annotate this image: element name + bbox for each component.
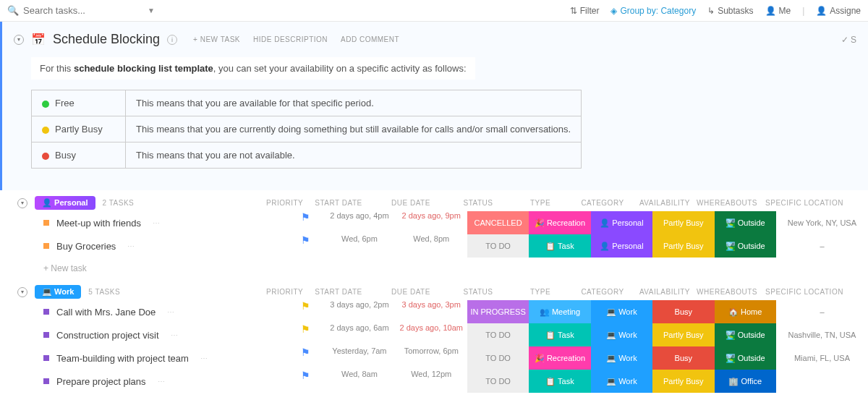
column-header[interactable]: CATEGORY [571, 288, 634, 296]
header-right[interactable]: ✓ S [841, 35, 856, 45]
availability-cell[interactable]: Busy [652, 346, 714, 370]
priority-flag[interactable]: ⚑ [288, 234, 324, 258]
due-date[interactable]: 2 days ago, 9pm [396, 211, 467, 234]
chevron-down-icon[interactable]: ▼ [148, 7, 155, 14]
priority-flag[interactable]: ⚑ [288, 370, 324, 393]
status-square[interactable] [43, 332, 49, 338]
status-square[interactable] [43, 243, 49, 249]
column-header[interactable]: START DATE [302, 199, 375, 207]
task-name[interactable]: Team-building with project team [56, 353, 189, 364]
assignee-button[interactable]: 👤 Assigne [816, 6, 861, 16]
whereabouts-cell[interactable]: 🏞️ Outside [715, 234, 776, 258]
task-name[interactable]: Meet-up with friends [56, 218, 141, 229]
ellipsis-icon[interactable]: ⋯ [153, 219, 160, 227]
column-header[interactable]: SPECIFIC LOCATION [758, 199, 851, 207]
groupby-button[interactable]: ◈ Group by: Category [610, 6, 696, 16]
column-header[interactable]: TYPE [509, 288, 571, 296]
task-name[interactable]: Prepare project plans [56, 376, 146, 387]
whereabouts-cell[interactable]: 🏞️ Outside [715, 323, 776, 346]
location-cell[interactable]: – [776, 300, 868, 323]
availability-cell[interactable]: Partly Busy [652, 211, 714, 234]
category-cell[interactable]: 💻 Work [591, 323, 652, 346]
status-cell[interactable]: TO DO [467, 234, 529, 258]
search-input[interactable] [23, 5, 139, 16]
task-row[interactable]: Prepare project plans ⋯ ⚑ Wed, 8am Wed, … [0, 370, 868, 393]
start-date[interactable]: 2 days ago, 4pm [323, 211, 395, 234]
task-row[interactable]: Buy Groceries ⋯ ⚑ Wed, 6pm Wed, 8pm TO D… [0, 234, 868, 258]
task-name[interactable]: Buy Groceries [56, 241, 116, 252]
whereabouts-cell[interactable]: 🏞️ Outside [715, 211, 776, 234]
status-square[interactable] [43, 220, 49, 226]
status-square[interactable] [43, 309, 49, 315]
type-cell[interactable]: 🎉 Recreation [529, 211, 590, 234]
status-cell[interactable]: TO DO [467, 323, 529, 346]
ellipsis-icon[interactable]: ⋯ [158, 378, 165, 386]
location-cell[interactable]: Miami, FL, USA [776, 346, 868, 370]
category-cell[interactable]: 💻 Work [591, 346, 652, 370]
priority-flag[interactable]: ⚑ [288, 300, 324, 323]
add-comment-link[interactable]: ADD COMMENT [341, 35, 399, 43]
status-cell[interactable]: TO DO [467, 370, 529, 393]
category-cell[interactable]: 💻 Work [591, 370, 652, 393]
hide-description-link[interactable]: HIDE DESCRIPTION [253, 35, 328, 43]
column-header[interactable]: WHEREABOUTS [696, 288, 758, 296]
column-header[interactable]: PRIORITY [266, 199, 302, 207]
category-cell[interactable]: 👤 Personal [591, 234, 652, 258]
ellipsis-icon[interactable]: ⋯ [167, 308, 174, 316]
type-cell[interactable]: 📋 Task [529, 234, 590, 258]
priority-flag[interactable]: ⚑ [288, 346, 324, 370]
start-date[interactable]: 3 days ago, 2pm [323, 300, 395, 323]
start-date[interactable]: Wed, 8am [323, 370, 395, 393]
priority-flag[interactable]: ⚑ [288, 211, 324, 234]
column-header[interactable]: STATUS [447, 199, 509, 207]
group-collapse-toggle[interactable]: ▾ [17, 198, 27, 208]
whereabouts-cell[interactable]: 🏢 Office [715, 370, 776, 393]
due-date[interactable]: Tomorrow, 6pm [396, 346, 467, 370]
section-collapse-toggle[interactable]: ▾ [14, 35, 24, 45]
column-header[interactable]: TYPE [509, 199, 571, 207]
type-cell[interactable]: 📋 Task [529, 370, 590, 393]
me-button[interactable]: 👤 Me [765, 6, 791, 16]
status-cell[interactable]: TO DO [467, 346, 529, 370]
availability-cell[interactable]: Partly Busy [652, 234, 714, 258]
column-header[interactable]: AVAILABILITY [634, 288, 696, 296]
column-header[interactable]: CATEGORY [571, 199, 634, 207]
location-cell[interactable]: – [776, 234, 868, 258]
column-header[interactable]: PRIORITY [266, 288, 302, 296]
group-pill-work[interactable]: 💻 Work [35, 285, 81, 299]
status-square[interactable] [43, 378, 49, 384]
info-icon[interactable]: i [167, 35, 177, 45]
start-date[interactable]: Yesterday, 7am [323, 346, 395, 370]
category-cell[interactable]: 👤 Personal [591, 211, 652, 234]
whereabouts-cell[interactable]: 🏞️ Outside [715, 346, 776, 370]
task-row[interactable]: Team-building with project team ⋯ ⚑ Yest… [0, 346, 868, 370]
due-date[interactable]: 2 days ago, 10am [396, 323, 467, 346]
availability-cell[interactable]: Partly Busy [652, 370, 714, 393]
status-cell[interactable]: IN PROGRESS [467, 300, 529, 323]
task-name[interactable]: Call with Mrs. Jane Doe [56, 307, 156, 318]
task-name[interactable]: Construction project visit [56, 330, 159, 341]
subtasks-button[interactable]: ↳ Subtasks [707, 6, 753, 16]
category-cell[interactable]: 💻 Work [591, 300, 652, 323]
task-row[interactable]: Meet-up with friends ⋯ ⚑ 2 days ago, 4pm… [0, 211, 868, 234]
type-cell[interactable]: 📋 Task [529, 323, 590, 346]
new-task-button[interactable]: + New task [0, 258, 868, 279]
location-cell[interactable] [776, 370, 868, 393]
column-header[interactable]: DUE DATE [375, 288, 447, 296]
availability-cell[interactable]: Partly Busy [652, 323, 714, 346]
task-row[interactable]: Call with Mrs. Jane Doe ⋯ ⚑ 3 days ago, … [0, 300, 868, 323]
group-pill-personal[interactable]: 👤 Personal [35, 196, 95, 210]
column-header[interactable]: AVAILABILITY [634, 199, 696, 207]
type-cell[interactable]: 🎉 Recreation [529, 346, 590, 370]
column-header[interactable]: WHEREABOUTS [696, 199, 758, 207]
start-date[interactable]: Wed, 6pm [323, 234, 395, 258]
group-collapse-toggle[interactable]: ▾ [17, 287, 27, 297]
location-cell[interactable]: Nashville, TN, USA [776, 323, 868, 346]
due-date[interactable]: Wed, 8pm [396, 234, 467, 258]
column-header[interactable]: STATUS [447, 288, 509, 296]
due-date[interactable]: Wed, 12pm [396, 370, 467, 393]
priority-flag[interactable]: ⚑ [288, 323, 324, 346]
location-cell[interactable]: New York, NY, USA [776, 211, 868, 234]
column-header[interactable]: DUE DATE [375, 199, 447, 207]
whereabouts-cell[interactable]: 🏠 Home [715, 300, 776, 323]
